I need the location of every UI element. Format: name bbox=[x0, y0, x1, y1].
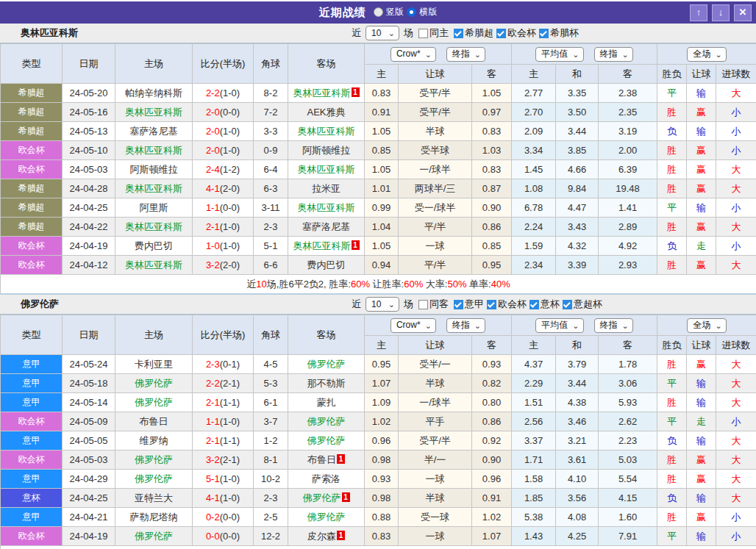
handicap-home-odds-cell: 1.02 bbox=[365, 412, 399, 431]
layout-radio-vertical[interactable]: 竖版 bbox=[374, 6, 404, 18]
competition-badge: 希腊超 bbox=[1, 198, 63, 218]
handicap-home-odds-cell: 0.98 bbox=[365, 451, 399, 470]
goals-result-cell: 小 bbox=[716, 237, 756, 256]
table-row: 意甲 24-05-14 佛罗伦萨 2-1(1-1) 6-1 蒙扎 1.09 一/… bbox=[1, 393, 756, 412]
summary-text: 近 bbox=[246, 279, 256, 290]
bookmaker-odds-time-select[interactable]: 终指⌄ bbox=[446, 47, 485, 62]
goals-result-cell: 大 bbox=[716, 470, 756, 489]
handicap-result-cell: 输 bbox=[687, 393, 716, 412]
corner-cell: 10-2 bbox=[254, 470, 288, 489]
checkbox-icon bbox=[454, 300, 463, 309]
avg-away-odds-cell: 1.78 bbox=[599, 355, 657, 374]
handicap-away-odds-cell: 1.02 bbox=[472, 508, 512, 527]
score-cell: 4-1(2-0) bbox=[193, 179, 254, 198]
same-venue-label: 同客 bbox=[429, 298, 449, 311]
match-count-select[interactable]: 10 ⌄ bbox=[365, 297, 399, 312]
checkbox-icon bbox=[454, 29, 463, 38]
score-cell: 2-1(1-0) bbox=[193, 218, 254, 237]
handicap-result-cell: 赢 bbox=[687, 218, 716, 237]
avg-draw-odds-cell: 4.25 bbox=[556, 527, 599, 546]
move-up-button[interactable]: ↑ bbox=[690, 4, 707, 21]
avg-home-odds-cell: 2.56 bbox=[512, 412, 556, 431]
avg-away-odds-cell: 2.89 bbox=[599, 218, 657, 237]
league-checkbox-label: 欧会杯 bbox=[507, 26, 536, 40]
col-header-away: 客场 bbox=[288, 315, 365, 355]
result-cell: 胜 bbox=[657, 103, 687, 122]
result-cell: 平 bbox=[657, 412, 687, 431]
avg-away-odds-cell: 1.60 bbox=[599, 508, 657, 527]
games-label: 场 bbox=[404, 298, 413, 311]
away-team-cell: 奥林匹亚科斯 bbox=[288, 198, 365, 218]
away-team-cell: 奥林匹亚科斯 bbox=[288, 122, 365, 141]
avg-draw-odds-cell: 4.10 bbox=[556, 470, 599, 489]
date-cell: 24-05-13 bbox=[63, 122, 115, 141]
competition-badge: 欧会杯 bbox=[1, 451, 63, 470]
table-row: 欧会杯 24-04-12 奥林匹亚科斯 3-2(2-0) 6-6 费内巴切 0.… bbox=[1, 256, 756, 275]
handicap-result-cell: 赢 bbox=[687, 141, 716, 160]
col-header-type: 类型 bbox=[1, 44, 63, 84]
avg-home-odds-cell: 1.71 bbox=[512, 451, 556, 470]
handicap-line-cell: 半球 bbox=[399, 374, 472, 393]
handicap-result-cell: 走 bbox=[687, 412, 716, 431]
league-checkbox[interactable]: 希腊杯 bbox=[539, 26, 579, 40]
league-checkbox[interactable]: 意超杯 bbox=[563, 298, 602, 311]
goals-result-cell: 小 bbox=[716, 103, 756, 122]
average-odds-time-select[interactable]: 终指⌄ bbox=[594, 47, 633, 62]
avg-away-odds-cell: 7.91 bbox=[599, 527, 657, 546]
summary-text: 让胜率: bbox=[370, 279, 404, 290]
col-header-type: 类型 bbox=[1, 315, 63, 355]
same-venue-checkbox[interactable]: 同主 bbox=[418, 26, 449, 40]
goals-result-cell: 大 bbox=[716, 84, 756, 103]
bookmaker-select[interactable]: Crow*⌄ bbox=[391, 47, 436, 62]
league-checkbox[interactable]: 意甲 bbox=[454, 298, 484, 311]
handicap-home-odds-cell: 0.96 bbox=[365, 431, 399, 451]
competition-badge: 希腊超 bbox=[1, 122, 63, 141]
league-checkbox[interactable]: 欧会杯 bbox=[487, 298, 527, 311]
away-team-cell: 奥林匹亚科斯 bbox=[288, 160, 365, 179]
table-row: 欧会杯 24-04-19 费内巴切 1-0(1-0) 5-1 奥林匹亚科斯1 1… bbox=[1, 237, 756, 256]
col-header-score: 比分(半场) bbox=[193, 44, 254, 84]
bookmaker-odds-time-select[interactable]: 终指⌄ bbox=[446, 318, 485, 333]
league-checkbox[interactable]: 欧会杯 bbox=[496, 26, 536, 40]
col-header-result: 胜负 bbox=[657, 336, 687, 355]
red-card-badge: 1 bbox=[337, 531, 345, 540]
table-row: 欧会杯 24-05-10 奥林匹亚科斯 2-0(1-0) 0-9 阿斯顿维拉 0… bbox=[1, 141, 756, 160]
home-team-cell: 塞萨洛尼基 bbox=[115, 122, 193, 141]
handicap-home-odds-cell: 0.83 bbox=[365, 527, 399, 546]
away-team-cell: 塞萨洛尼基 bbox=[288, 218, 365, 237]
same-venue-checkbox[interactable]: 同客 bbox=[418, 298, 449, 311]
titlebar: 近期战绩 竖版 横版 ↑ ↓ ✕ bbox=[0, 1, 756, 24]
goals-result-cell: 大 bbox=[716, 489, 756, 508]
corner-cell: 5-3 bbox=[254, 374, 288, 393]
league-checkbox[interactable]: 希腊超 bbox=[454, 26, 493, 40]
home-team-cell: 阿里斯 bbox=[115, 198, 193, 218]
layout-radio-horizontal[interactable]: 横版 bbox=[407, 6, 437, 18]
summary-text: 40% bbox=[491, 279, 510, 290]
scope-select[interactable]: 全场⌄ bbox=[687, 318, 726, 333]
average-odds-time-select[interactable]: 终指⌄ bbox=[594, 318, 633, 333]
home-team-cell: 萨勒尼塔纳 bbox=[115, 508, 193, 527]
table-row: 希腊超 24-04-22 奥林匹亚科斯 2-1(1-0) 2-3 塞萨洛尼基 1… bbox=[1, 218, 756, 237]
corner-cell: 2-3 bbox=[254, 489, 288, 508]
summary-text: 60% bbox=[351, 279, 370, 290]
away-team-cell: 布鲁日1 bbox=[288, 451, 365, 470]
col-header-date: 日期 bbox=[63, 315, 115, 355]
arrow-up-icon: ↑ bbox=[696, 7, 702, 18]
corner-cell: 0-9 bbox=[254, 141, 288, 160]
average-select[interactable]: 平均值⌄ bbox=[535, 318, 583, 333]
average-select[interactable]: 平均值⌄ bbox=[535, 47, 583, 62]
corner-cell: 6-1 bbox=[254, 393, 288, 412]
scope-select[interactable]: 全场⌄ bbox=[687, 47, 726, 62]
handicap-result-cell: 赢 bbox=[687, 355, 716, 374]
move-down-button[interactable]: ↓ bbox=[712, 4, 730, 21]
red-card-badge: 1 bbox=[352, 240, 360, 250]
close-button[interactable]: ✕ bbox=[734, 4, 752, 21]
chevron-down-icon: ⌄ bbox=[425, 322, 432, 329]
bookmaker-select[interactable]: Crow*⌄ bbox=[391, 318, 436, 333]
league-checkbox[interactable]: 意杯 bbox=[529, 298, 560, 311]
match-count-select[interactable]: 10 ⌄ bbox=[365, 26, 399, 40]
result-cell: 平 bbox=[657, 84, 687, 103]
result-cell: 胜 bbox=[657, 508, 687, 527]
goals-result-cell: 小 bbox=[716, 141, 756, 160]
competition-badge: 希腊超 bbox=[1, 179, 63, 198]
